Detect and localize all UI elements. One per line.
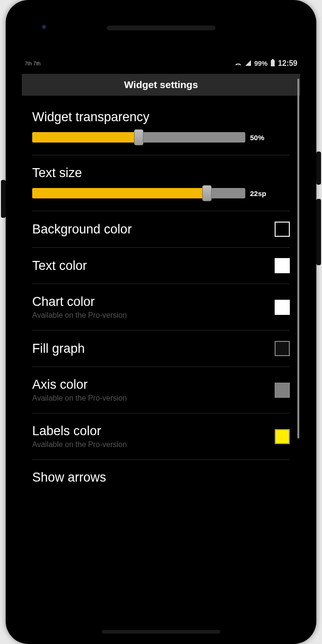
show-arrows-label: Show arrows	[32, 470, 106, 485]
wifi-icon	[234, 60, 242, 68]
textsize-slider-thumb[interactable]	[202, 185, 212, 201]
screen: 7th 7th 99% 12:59 Widget	[22, 54, 300, 618]
status-left-text: 7th 7th	[25, 61, 41, 66]
axis-color-label: Axis color	[32, 377, 127, 392]
signal-icon	[245, 60, 251, 68]
row-background-color[interactable]: Background color	[32, 211, 290, 247]
transparency-value: 50%	[250, 134, 273, 142]
text-color-label: Text color	[32, 259, 87, 273]
header-bar: Widget settings	[22, 74, 300, 96]
transparency-slider-thumb[interactable]	[134, 129, 143, 145]
textsize-slider[interactable]	[32, 188, 245, 198]
transparency-slider[interactable]	[32, 132, 245, 143]
textsize-label: Text size	[32, 155, 290, 188]
earpiece-speaker	[107, 26, 215, 30]
text-color-swatch[interactable]	[275, 258, 290, 273]
axis-color-swatch[interactable]	[275, 383, 290, 398]
fill-graph-swatch[interactable]	[275, 341, 290, 356]
row-labels-color[interactable]: Labels color Available on the Pro-versio…	[32, 413, 290, 459]
labels-color-subtitle: Available on the Pro-version	[32, 440, 127, 449]
labels-color-swatch[interactable]	[275, 429, 290, 444]
axis-color-subtitle: Available on the Pro-version	[32, 394, 127, 402]
row-axis-color[interactable]: Axis color Available on the Pro-version	[32, 367, 290, 413]
row-show-arrows[interactable]: Show arrows	[32, 460, 290, 485]
page-title: Widget settings	[124, 79, 198, 90]
svg-rect-0	[272, 59, 274, 60]
chart-color-subtitle: Available on the Pro-version	[32, 311, 127, 320]
camera-dot	[42, 25, 47, 30]
chart-color-label: Chart color	[32, 295, 127, 309]
background-color-label: Background color	[32, 222, 132, 237]
svg-rect-1	[271, 60, 275, 66]
row-chart-color[interactable]: Chart color Available on the Pro-version	[32, 284, 290, 330]
scrollbar[interactable]	[297, 79, 299, 438]
battery-percent: 99%	[254, 60, 268, 67]
row-text-color[interactable]: Text color	[32, 248, 290, 284]
battery-icon	[270, 59, 275, 68]
phone-frame: 7th 7th 99% 12:59 Widget	[6, 0, 316, 644]
row-fill-graph[interactable]: Fill graph	[32, 331, 290, 367]
chart-color-swatch[interactable]	[275, 300, 290, 315]
textsize-value: 22sp	[250, 189, 273, 197]
status-bar: 7th 7th 99% 12:59	[22, 54, 300, 73]
labels-color-label: Labels color	[32, 424, 127, 438]
transparency-label: Widget transparency	[32, 99, 290, 132]
fill-graph-label: Fill graph	[32, 341, 85, 356]
background-color-swatch[interactable]	[275, 222, 290, 237]
bottom-speaker	[102, 630, 220, 634]
clock-text: 12:59	[278, 59, 297, 68]
